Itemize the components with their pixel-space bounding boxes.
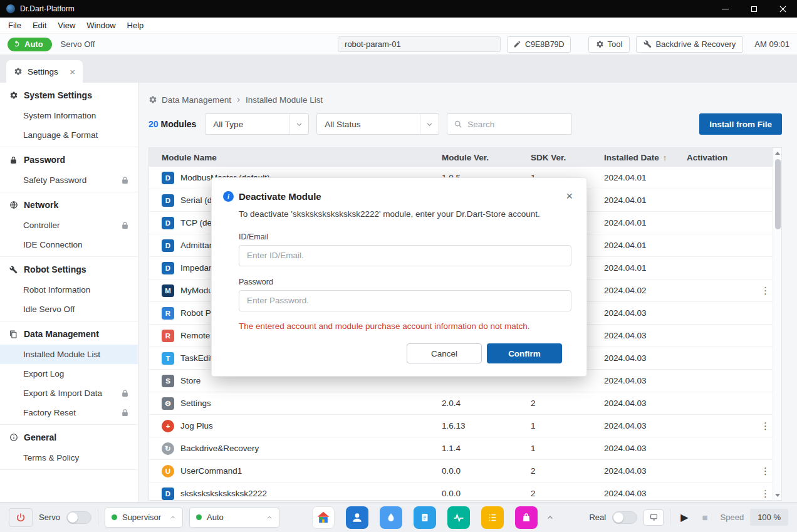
minimize-button[interactable] [711,0,739,18]
scroll-up-button[interactable] [773,149,782,157]
home-app-icon[interactable] [312,506,335,529]
triangle-down-icon [775,494,780,497]
module-name-cell: UUserCommand1 [149,465,437,477]
app-icon-orange-list[interactable] [481,506,504,529]
item-label: Export & Import Data [23,389,102,398]
column-header-activation[interactable]: Activation [682,153,753,162]
section-label: General [24,432,56,442]
sidebar-header-password[interactable]: Password [0,149,138,170]
sidebar-item-ide-connection[interactable]: IDE Connection [0,235,138,254]
table-scrollbar[interactable] [773,148,781,500]
person-icon [351,511,363,524]
sidebar-header-data-management[interactable]: Data Management [0,323,138,345]
speed-value[interactable]: 100 % [750,509,788,526]
menu-help[interactable]: Help [122,19,150,32]
scroll-down-button[interactable] [773,491,782,499]
table-row-usercommand1[interactable]: UUserCommand10.0.022024.04.03⋮ [149,460,773,482]
sidebar-item-installed-module-list[interactable]: Installed Module List [0,345,138,364]
sidebar-item-controller[interactable]: Controller [0,216,138,235]
app-icon-magenta-bag[interactable] [515,506,538,529]
tab-close-icon[interactable]: × [70,67,75,76]
module-icon: D [162,217,174,229]
collapse-chevron-up-icon[interactable] [544,514,556,521]
auto-mode-badge[interactable]: Auto [8,38,52,51]
menu-edit[interactable]: Edit [27,19,52,32]
robot-param-input[interactable] [338,36,501,52]
menu-view[interactable]: View [52,19,81,32]
sidebar-item-terms-policy[interactable]: Terms & Policy [0,448,138,467]
simulator-button[interactable] [643,509,664,526]
status-filter-dropdown[interactable]: All Status [316,113,439,135]
module-version-cell: 0.0.0 [437,466,526,476]
power-button[interactable] [9,508,33,527]
doc-icon [419,512,430,523]
table-row-backdrive-recovery[interactable]: ↻Backdrive&Recovery1.1.412024.04.03 [149,437,773,460]
sidebar-header-general[interactable]: General [0,427,138,448]
sidebar-item-language-format[interactable]: Language & Format [0,125,138,145]
sidebar-header-system-settings[interactable]: System Settings [0,85,138,106]
row-menu-button[interactable]: ⋮ [753,285,773,296]
statusbar: Servo Supervisor Auto Real ▶ ■ Speed 100… [0,502,797,532]
sidebar-header-network[interactable]: Network [0,194,138,216]
sidebar-item-robot-information[interactable]: Robot Information [0,280,138,300]
window-controls [711,0,797,18]
sidebar-item-system-information[interactable]: System Information [0,106,138,125]
breadcrumb-parent[interactable]: Data Management [162,95,231,105]
device-code-badge[interactable]: C9E8B79D [507,36,571,53]
confirm-button[interactable]: Confirm [487,343,562,363]
row-menu-button[interactable]: ⋮ [753,488,773,499]
sidebar-item-export-import-data[interactable]: Export & Import Data [0,383,138,403]
table-row-sksksksksksksksk2222[interactable]: Dsksksksksksksksk22220.0.022024.04.03⋮ [149,482,773,501]
tool-button[interactable]: Tool [588,36,630,53]
lock-icon [121,176,129,184]
cancel-button[interactable]: Cancel [407,343,482,363]
module-icon: M [162,284,174,297]
row-menu-button[interactable]: ⋮ [753,420,773,432]
module-name: Settings [180,399,211,408]
column-header-module-ver[interactable]: Module Ver. [437,153,526,162]
install-from-file-button[interactable]: Install from File [699,113,782,135]
sidebar-item-idle-servo-off[interactable]: Idle Servo Off [0,300,138,319]
module-name-cell: ↻Backdrive&Recovery [149,442,437,455]
app-icon-teal-pulse[interactable] [447,506,470,529]
sidebar-header-robot-settings[interactable]: Robot Settings [0,259,138,280]
app-icon-blue-person[interactable] [346,506,368,529]
backdrive-recovery-button[interactable]: Backdrive & Recovery [636,36,743,53]
app-icon-blue-doc[interactable] [414,506,436,529]
id-email-field[interactable] [239,245,571,266]
dialog-description: To deactivate 'sksksksksksksksk2222' mod… [239,208,571,221]
menu-file[interactable]: File [3,19,27,32]
scroll-thumb[interactable] [775,159,781,229]
table-row-jog-plus[interactable]: +Jog Plus1.6.1312024.04.03⋮ [149,415,773,437]
play-button[interactable]: ▶ [677,511,692,523]
column-header-module-name[interactable]: Module Name [149,153,437,162]
stop-button[interactable]: ■ [698,512,711,523]
column-header-installed-date[interactable]: Installed Date↑ [599,153,682,162]
close-button[interactable] [768,0,797,18]
mode-dropdown[interactable]: Auto [189,508,279,528]
sidebar-item-export-log[interactable]: Export Log [0,364,138,383]
search-input[interactable] [467,120,565,129]
house-icon [316,511,330,524]
maximize-button[interactable] [739,0,768,18]
servo-toggle[interactable] [66,511,91,524]
type-filter-dropdown[interactable]: All Type [205,113,309,135]
sidebar-item-safety-password[interactable]: Safety Password [0,170,138,190]
sort-ascending-icon[interactable]: ↑ [663,153,667,162]
row-menu-button[interactable]: ⋮ [753,466,773,477]
password-field[interactable] [239,290,571,311]
status-filter-value: All Status [325,120,360,129]
app-icon-blue-drop[interactable] [380,506,402,529]
column-header-sdk-ver[interactable]: SDK Ver. [526,153,599,162]
role-dropdown[interactable]: Supervisor [105,508,183,528]
dialog-close-button[interactable]: × [562,189,576,203]
sdk-version-cell: 2 [526,399,599,408]
menu-window[interactable]: Window [81,19,121,32]
sidebar-item-factory-reset[interactable]: Factory Reset [0,403,138,422]
item-label: Terms & Policy [23,453,79,462]
tab-settings[interactable]: Settings × [6,60,83,83]
edit-icon [513,40,521,48]
table-row-settings[interactable]: ⚙Settings2.0.422024.04.03 [149,392,773,415]
toolbar-right: C9E8B79D Tool Backdrive & Recovery AM 09… [338,36,789,53]
real-toggle[interactable] [612,511,637,524]
